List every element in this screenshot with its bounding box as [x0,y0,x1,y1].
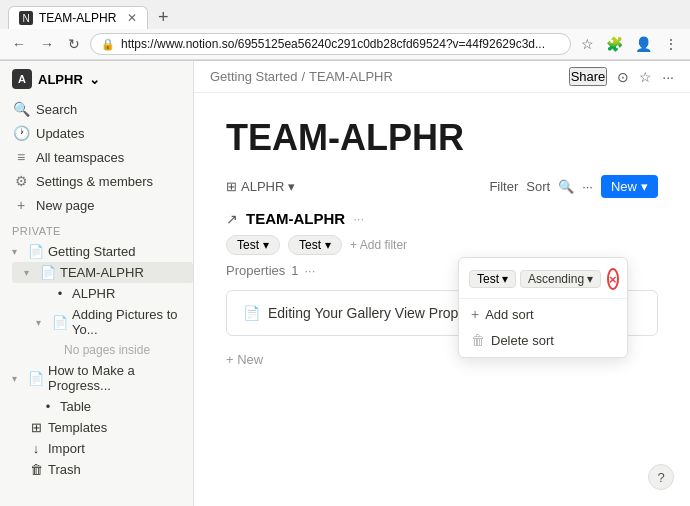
help-button[interactable]: ? [648,464,674,490]
star-icon[interactable]: ☆ [639,69,652,85]
sort-property-chip[interactable]: Test ▾ [469,270,516,288]
properties-more-button[interactable]: ··· [304,263,315,278]
add-filter-button[interactable]: + Add filter [350,238,407,252]
sort-order-label: Ascending [528,272,584,286]
tree-item-team-alphr[interactable]: ▾ 📄 TEAM-ALPHR [12,262,193,283]
sidebar-item-teamspaces[interactable]: ≡ All teamspaces [0,145,193,169]
sidebar-updates-label: Updates [36,126,84,141]
new-chevron-icon: ▾ [641,179,648,194]
sort-popup: Test ▾ Ascending ▾ × + Add sort 🗑 D [458,257,628,358]
active-tab[interactable]: N TEAM-ALPHR ✕ [8,6,148,29]
tab-favicon: N [19,11,33,25]
chevron-icon: ▾ [36,317,48,328]
no-pages-label: No pages inside [64,343,185,357]
import-icon: ↓ [28,441,44,456]
sidebar-item-newpage[interactable]: + New page [0,193,193,217]
add-new-label: + New [226,352,263,367]
delete-sort-icon: 🗑 [471,332,485,348]
test-chip-label-1: Test [237,238,259,252]
tree-item-table[interactable]: • Table [12,396,193,417]
add-sort-action[interactable]: + Add sort [459,301,627,327]
workspace-icon: A [12,69,32,89]
chip-chevron-icon: ▾ [263,238,269,252]
delete-sort-label: Delete sort [491,333,554,348]
tree-label: Table [60,399,185,414]
bullet-icon: • [52,286,68,301]
forward-button[interactable]: → [36,34,58,54]
sidebar-settings-label: Settings & members [36,174,153,189]
back-button[interactable]: ← [8,34,30,54]
sidebar-item-settings[interactable]: ⚙ Settings & members [0,169,193,193]
share-button[interactable]: Share [569,67,608,86]
filter-button[interactable]: Filter [489,179,518,194]
more-options-icon[interactable]: ··· [662,69,674,85]
db-chevron-icon: ▾ [288,179,295,194]
sidebar-teamspaces-label: All teamspaces [36,150,124,165]
tree-item-adding-pictures[interactable]: ▾ 📄 Adding Pictures to Yo... [24,304,193,340]
sidebar: A ALPHR ⌄ 🔍 Search 🕐 Updates ≡ All teams… [0,61,194,506]
chip-chevron-icon2: ▾ [325,238,331,252]
newpage-icon: + [12,197,30,213]
view-test-chip-1[interactable]: Test ▾ [226,235,280,255]
tree-item-getting-started[interactable]: ▾ 📄 Getting Started [0,241,193,262]
url-bar[interactable]: 🔒 https://www.notion.so/6955125ea56240c2… [90,33,571,55]
delete-sort-action[interactable]: 🗑 Delete sort [459,327,627,353]
sort-divider [459,298,627,299]
tree-item-templates[interactable]: ⊞ Templates [0,417,193,438]
sort-button[interactable]: Sort [526,179,550,194]
tree-label: Trash [48,462,185,477]
sort-remove-button[interactable]: × [607,268,619,290]
add-sort-label: Add sort [485,307,533,322]
main-content: Getting Started / TEAM-ALPHR Share ⊙ ☆ ·… [194,61,690,506]
new-record-button[interactable]: New ▾ [601,175,658,198]
sidebar-item-search[interactable]: 🔍 Search [0,97,193,121]
bullet-icon: • [40,399,56,414]
tree-item-alphr[interactable]: • ALPHR [24,283,193,304]
tree-item-how-to-progress[interactable]: ▾ 📄 How to Make a Progress... [0,360,193,396]
workspace-selector[interactable]: A ALPHR ⌄ [12,69,100,89]
sort-order-chip[interactable]: Ascending ▾ [520,270,601,288]
topbar: Getting Started / TEAM-ALPHR Share ⊙ ☆ ·… [194,61,690,93]
tree-label: Import [48,441,185,456]
chevron-icon: ▾ [12,373,24,384]
workspace-name: ALPHR [38,72,83,87]
sidebar-item-updates[interactable]: 🕐 Updates [0,121,193,145]
breadcrumb-part2: TEAM-ALPHR [309,69,393,84]
page-more-icon[interactable]: ··· [353,211,364,226]
sort-row: Test ▾ Ascending ▾ × [459,262,627,296]
more-options-button[interactable]: ··· [582,179,593,194]
chevron-icon: ▾ [12,246,24,257]
tab-bar: N TEAM-ALPHR ✕ + [0,0,690,29]
profile-icon[interactable]: 👤 [631,34,656,54]
db-workspace-name: ALPHR [241,179,284,194]
reload-button[interactable]: ↻ [64,34,84,54]
properties-label: Properties [226,263,285,278]
tab-close-button[interactable]: ✕ [127,11,137,25]
add-sort-icon: + [471,306,479,322]
tree-label: ALPHR [72,286,185,301]
page-icon: 📄 [28,244,44,259]
view-test-chip-2[interactable]: Test ▾ [288,235,342,255]
card-page-icon: 📄 [243,305,260,321]
page-icon: 📄 [40,265,56,280]
private-section-label: Private [0,217,193,241]
nav-right-buttons: ☆ 🧩 👤 ⋮ [577,34,682,54]
lock-icon: 🔒 [101,38,115,51]
extensions-icon[interactable]: 🧩 [602,34,627,54]
sort-order-chevron-icon: ▾ [587,272,593,286]
db-workspace-selector[interactable]: ⊞ ALPHR ▾ [226,179,295,194]
chevron-icon: ▾ [24,267,36,278]
tree-item-trash[interactable]: 🗑 Trash [0,459,193,480]
tree-item-import[interactable]: ↓ Import [0,438,193,459]
breadcrumb: Getting Started / TEAM-ALPHR [210,69,393,84]
help-circle-icon[interactable]: ⊙ [617,69,629,85]
page-icon: 📄 [52,315,68,330]
search-button[interactable]: 🔍 [558,179,574,194]
browser-menu-icon[interactable]: ⋮ [660,34,682,54]
new-tab-button[interactable]: + [152,7,175,28]
new-label: New [611,179,637,194]
bookmarks-icon[interactable]: ☆ [577,34,598,54]
templates-icon: ⊞ [28,420,44,435]
page-link-icon: ↗ [226,211,238,227]
browser-chrome: N TEAM-ALPHR ✕ + ← → ↻ 🔒 https://www.not… [0,0,690,61]
